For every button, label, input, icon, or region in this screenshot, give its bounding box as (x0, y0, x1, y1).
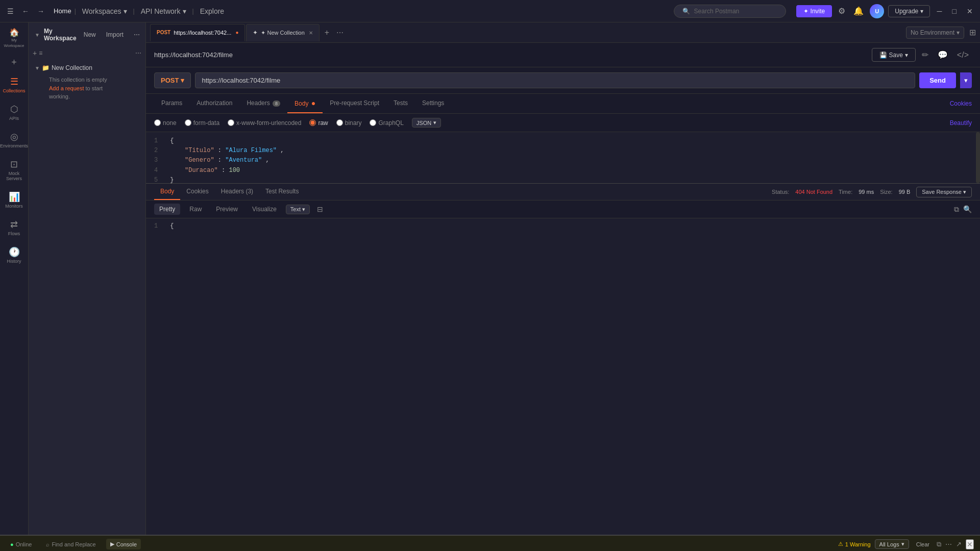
send-btn[interactable]: Send (919, 72, 956, 88)
beautify-btn[interactable]: Beautify (950, 119, 972, 127)
close-btn[interactable]: ✕ (964, 5, 976, 17)
resp-sub-tab-preview[interactable]: Preview (211, 204, 243, 215)
sort-collections-btn[interactable]: ≡ (39, 49, 42, 57)
sidebar-icons: 🏠 My Workspace + ☰ Collections ⬡ APIs ◎ … (0, 22, 29, 535)
environments-icon: ◎ (10, 131, 18, 142)
text-format-selector[interactable]: Text ▾ (286, 205, 310, 214)
all-logs-dropdown[interactable]: All Logs ▾ (875, 539, 909, 549)
api-network-menu[interactable]: API Network ▾ (138, 5, 189, 17)
add-request-link[interactable]: Add a request (49, 85, 84, 91)
console-clear-btn[interactable]: Clear (913, 540, 933, 548)
url-input[interactable] (195, 72, 915, 88)
explore-link[interactable]: Explore (197, 5, 227, 17)
body-opt-none[interactable]: none (154, 119, 177, 127)
code-icon-btn[interactable]: </> (954, 48, 972, 62)
console-copy-btn[interactable]: ⧉ (937, 540, 941, 548)
collections-more-btn[interactable]: ⋯ (131, 30, 143, 39)
settings-icon[interactable]: ⚙ (836, 4, 847, 18)
sidebar-item-collections[interactable]: ☰ Collections (2, 72, 27, 97)
collections-panel-more[interactable]: ⋯ (135, 49, 141, 57)
body-opt-binary[interactable]: binary (336, 119, 362, 127)
nav-back-btn[interactable]: ← (19, 5, 32, 17)
resp-tab-cookies[interactable]: Cookies (180, 184, 214, 200)
upgrade-btn[interactable]: Upgrade ▾ (888, 5, 929, 17)
sidebar-item-environments[interactable]: ◎ Environments (2, 127, 27, 153)
req-tab-body[interactable]: Body ● (287, 94, 323, 113)
new-collection-btn[interactable]: New (81, 30, 99, 39)
no-environment-selector[interactable]: No Environment ▾ (906, 27, 964, 39)
body-opt-form-data[interactable]: form-data (185, 119, 219, 127)
save-response-btn[interactable]: Save Response ▾ (916, 187, 972, 197)
search-resp-btn[interactable]: 🔍 (963, 205, 972, 214)
body-opt-raw[interactable]: raw (309, 119, 328, 127)
import-btn[interactable]: Import (103, 30, 127, 39)
request-actions: 💾 Save ▾ ✏ 💬 </> (872, 48, 972, 62)
console-close-btn[interactable]: ✕ (966, 539, 974, 549)
comment-icon-btn[interactable]: 💬 (935, 48, 951, 62)
resp-tab-body[interactable]: Body (154, 184, 180, 200)
sidebar-item-apis[interactable]: ⬡ APIs (2, 99, 27, 125)
request-body-editor[interactable]: 1 { 2 "Titulo" : "Alura Filmes" , 3 "Gen… (146, 132, 980, 183)
warning-badge: ⚠ 1 Warning (838, 541, 871, 547)
editor-scrollbar[interactable] (976, 132, 980, 183)
console-external-btn[interactable]: ↗ (956, 540, 962, 548)
new-collection-tab-close[interactable]: ✕ (309, 30, 313, 36)
req-tab-tests[interactable]: Tests (386, 94, 415, 113)
invite-icon: ✦ (803, 8, 808, 15)
sidebar-item-mock-servers[interactable]: ⊡ Mock Servers (2, 155, 27, 185)
resp-sub-tab-visualize[interactable]: Visualize (247, 204, 282, 215)
sidebar-toggle-btn[interactable]: ☰ (4, 5, 17, 17)
cookies-link[interactable]: Cookies (950, 100, 972, 107)
sidebar-item-monitors[interactable]: 📊 Monitors (2, 187, 27, 213)
console-tab[interactable]: ▶ Console (106, 539, 141, 549)
add-tab-btn[interactable]: + (321, 26, 333, 39)
method-selector[interactable]: POST ▾ (154, 72, 191, 88)
sidebar-item-history[interactable]: 🕐 History (2, 242, 27, 268)
req-tab-pre-request[interactable]: Pre-request Script (323, 94, 386, 113)
sidebar-add-btn[interactable]: + (9, 55, 19, 70)
json-format-selector[interactable]: JSON ▾ (412, 118, 441, 128)
add-collection-btn[interactable]: + (33, 49, 37, 57)
workspace: POST https://localhost:7042... ● ✦ ✦ New… (146, 22, 980, 535)
req-tab-headers[interactable]: Headers 8 (239, 94, 287, 113)
workspaces-menu[interactable]: Workspaces ▾ (79, 5, 130, 17)
resp-sub-tab-raw[interactable]: Raw (184, 204, 207, 215)
maximize-btn[interactable]: □ (949, 5, 960, 17)
nav-right: ✦ Invite ⚙ 🔔 U Upgrade ▾ ─ □ ✕ (796, 4, 976, 18)
collection-folder-icon: 📁 (42, 64, 50, 71)
nav-home-link[interactable]: Home (54, 7, 71, 15)
panel-header: ▼ My Workspace New Import ⋯ (29, 22, 145, 47)
body-opt-graphql[interactable]: GraphQL (370, 119, 403, 127)
req-tab-authorization[interactable]: Authorization (189, 94, 239, 113)
tab-close-btn[interactable]: ● (235, 30, 238, 35)
env-panel-btn[interactable]: ⊞ (969, 28, 976, 37)
console-find-replace-tab[interactable]: ⌕ Find and Replace (42, 539, 100, 549)
nav-forward-btn[interactable]: → (34, 5, 47, 17)
search-bar[interactable]: 🔍 Search Postman (674, 5, 786, 18)
copy-resp-btn[interactable]: ⧉ (954, 205, 959, 214)
size-label: Size: (880, 189, 892, 195)
req-tab-params[interactable]: Params (154, 94, 189, 113)
req-tab-settings[interactable]: Settings (415, 94, 451, 113)
sidebar-item-flows[interactable]: ⇄ Flows (2, 215, 27, 240)
collection-name[interactable]: ▼ 📁 New Collection (35, 64, 139, 71)
console-online-tab[interactable]: ● Online (6, 539, 36, 549)
console-more-btn[interactable]: ⋯ (945, 540, 952, 548)
resp-filter-btn[interactable]: ⊟ (314, 204, 326, 214)
invite-btn[interactable]: ✦ Invite (796, 5, 832, 17)
edit-icon-btn[interactable]: ✏ (919, 48, 932, 62)
avatar[interactable]: U (870, 4, 884, 18)
new-collection-tab[interactable]: ✦ ✦ New Collection ✕ (246, 24, 319, 41)
resp-sub-tab-pretty[interactable]: Pretty (154, 204, 180, 215)
tabs-more-btn[interactable]: ⋯ (334, 27, 346, 39)
resp-tab-test-results[interactable]: Test Results (259, 184, 305, 200)
code-line-2: 2 "Titulo" : "Alura Filmes" , (154, 146, 972, 156)
body-opt-urlencoded[interactable]: x-www-form-urlencoded (228, 119, 301, 127)
active-request-tab[interactable]: POST https://localhost:7042... ● (150, 24, 245, 41)
notification-icon[interactable]: 🔔 (851, 4, 866, 18)
send-dropdown-btn[interactable]: ▾ (960, 72, 972, 88)
minimize-btn[interactable]: ─ (934, 5, 945, 17)
resp-tab-headers[interactable]: Headers (3) (215, 184, 259, 200)
save-btn[interactable]: 💾 Save ▾ (872, 48, 916, 62)
workspace-label[interactable]: 🏠 My Workspace (0, 27, 28, 49)
